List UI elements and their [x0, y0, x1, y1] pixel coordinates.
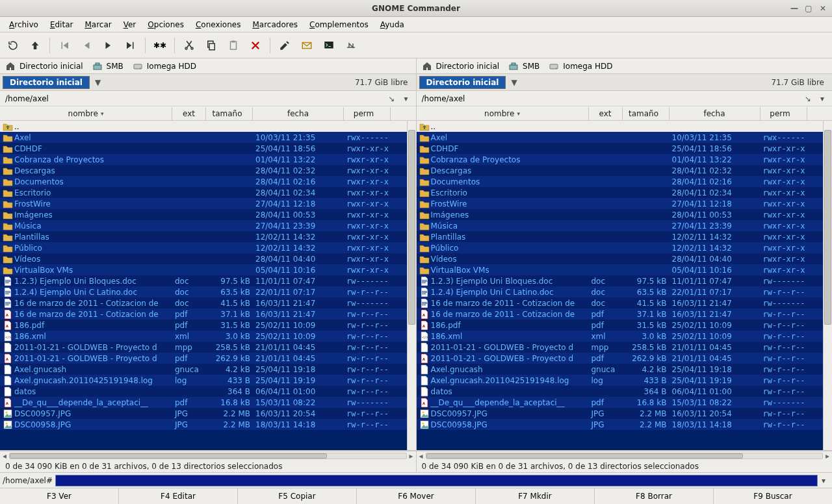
- right-file-row[interactable]: Descargas28/04/11 02:32rwxr-xr-x: [417, 165, 833, 176]
- right-file-row[interactable]: DSC00957.JPGJPG2.2 MB16/03/11 20:54rw-r-…: [417, 408, 833, 419]
- edit-button[interactable]: [276, 36, 294, 55]
- left-header-size[interactable]: tamaño: [206, 107, 253, 120]
- left-drive-iomega-hdd[interactable]: Iomega HDD: [133, 61, 196, 71]
- right-file-row[interactable]: DSC00958.JPGJPG2.2 MB18/03/11 14:18rw-r-…: [417, 419, 833, 430]
- right-file-row[interactable]: Imágenes28/04/11 00:53rwxr-xr-x: [417, 209, 833, 220]
- menu-marcar[interactable]: Marcar: [79, 19, 116, 31]
- right-header-name[interactable]: nombre: [417, 107, 589, 120]
- right-header-size[interactable]: tamaño: [623, 107, 670, 120]
- right-file-row[interactable]: 2011-01-21 - GOLDWEB - Proyecto dmpp258.…: [417, 342, 833, 353]
- right-file-row[interactable]: 186.xmlxml3.0 kB25/02/11 10:09rw-r--r--: [417, 331, 833, 342]
- menu-opciones[interactable]: Opciones: [142, 19, 189, 31]
- left-drive-directorio-inicial[interactable]: Directorio inicial: [5, 61, 83, 71]
- refresh-button[interactable]: [4, 36, 22, 55]
- left-file-row[interactable]: Vídeos28/04/11 04:40rwxr-xr-x: [0, 253, 416, 264]
- remote-button[interactable]: [342, 36, 360, 55]
- copy-button[interactable]: [202, 36, 220, 55]
- paste-button[interactable]: [224, 36, 242, 55]
- left-file-row[interactable]: datos364 B06/04/11 01:00rw-r--r--: [0, 386, 416, 397]
- right-file-row[interactable]: Cobranza de Proyectos01/04/11 13:22rwxr-…: [417, 154, 833, 165]
- left-file-row[interactable]: Axel10/03/11 21:35rwx------: [0, 132, 416, 143]
- go-up-button[interactable]: [26, 36, 44, 55]
- left-file-row[interactable]: __De_qu___depende_la_aceptaci__pdf16.8 k…: [0, 397, 416, 408]
- right-file-row[interactable]: VirtualBox VMs05/04/11 10:16rwxr-xr-x: [417, 264, 833, 275]
- right-file-row[interactable]: Axel.gnucashgnuca4.2 kB25/04/11 19:18rw-…: [417, 364, 833, 375]
- right-file-row[interactable]: Axel.gnucash.20110425191948.loglog433 B2…: [417, 375, 833, 386]
- menu-ver[interactable]: Ver: [118, 19, 142, 31]
- menu-ayuda[interactable]: Ayuda: [375, 19, 410, 31]
- fkey-f6[interactable]: F6 Mover: [357, 488, 476, 504]
- right-tabs-dropdown[interactable]: ▼: [511, 78, 517, 87]
- show-hidden-button[interactable]: ✱✱: [151, 36, 169, 55]
- right-drive-smb[interactable]: SMB: [508, 61, 540, 71]
- right-drive-iomega-hdd[interactable]: Iomega HDD: [549, 61, 612, 71]
- left-header-name[interactable]: nombre: [0, 107, 172, 120]
- fkey-f8[interactable]: F8 Borrar: [595, 488, 714, 504]
- left-file-row[interactable]: 1.2.4) Ejemplo Uni C Latino.docdoc63.5 k…: [0, 286, 416, 297]
- left-file-row[interactable]: FrostWire27/04/11 12:18rwxr-xr-x: [0, 198, 416, 209]
- right-header-date[interactable]: fecha: [670, 107, 760, 120]
- left-file-row[interactable]: Axel.gnucashgnuca4.2 kB25/04/11 19:18rw-…: [0, 364, 416, 375]
- right-tab-active[interactable]: Directorio inicial: [419, 76, 506, 89]
- left-file-row[interactable]: Público12/02/11 14:32rwxr-xr-x: [0, 242, 416, 253]
- left-file-row[interactable]: Descargas28/04/11 02:32rwxr-xr-x: [0, 165, 416, 176]
- nav-first-button[interactable]: [55, 36, 73, 55]
- nav-forward-button[interactable]: [99, 36, 118, 55]
- menu-complementos[interactable]: Complementos: [304, 19, 374, 31]
- delete-button[interactable]: [246, 36, 265, 55]
- fkey-f9[interactable]: F9 Buscar: [714, 488, 832, 504]
- left-file-row[interactable]: 186.pdfpdf31.5 kB25/02/11 10:09rw-r--r--: [0, 320, 416, 331]
- left-drive-smb[interactable]: SMB: [92, 61, 124, 71]
- left-file-row[interactable]: Escritorio28/04/11 02:34rwxr-xr-x: [0, 187, 416, 198]
- right-path-history-icon[interactable]: ↘: [802, 93, 814, 105]
- mail-button[interactable]: [298, 36, 316, 55]
- left-file-row[interactable]: Documentos28/04/11 02:16rwxr-xr-x: [0, 176, 416, 187]
- left-file-row[interactable]: DSC00958.JPGJPG2.2 MB18/03/11 14:18rw-r-…: [0, 419, 416, 430]
- right-parent-dir-row[interactable]: ..: [417, 121, 833, 132]
- left-file-row[interactable]: 16 de marzo de 2011 - Cotizacion dedoc41…: [0, 297, 416, 309]
- left-header-ext[interactable]: ext: [172, 107, 206, 120]
- command-input[interactable]: [55, 475, 818, 486]
- left-file-row[interactable]: 186.xmlxml3.0 kB25/02/11 10:09rw-r--r--: [0, 331, 416, 342]
- left-file-row[interactable]: Plantillas12/02/11 14:32rwxr-xr-x: [0, 231, 416, 242]
- fkey-f7[interactable]: F7 Mkdir: [476, 488, 595, 504]
- right-file-row[interactable]: FrostWire27/04/11 12:18rwxr-xr-x: [417, 198, 833, 209]
- right-file-row[interactable]: 16 de marzo de 2011 - Cotizacion depdf37…: [417, 309, 833, 320]
- left-parent-dir-row[interactable]: ..: [0, 121, 416, 132]
- left-file-row[interactable]: Música27/04/11 23:39rwxr-xr-x: [0, 220, 416, 231]
- right-file-row[interactable]: Público12/02/11 14:32rwxr-xr-x: [417, 242, 833, 253]
- menu-editar[interactable]: Editar: [45, 19, 79, 31]
- left-file-row[interactable]: 2011-01-21 - GOLDWEB - Proyecto dpdf262.…: [0, 353, 416, 364]
- right-file-row[interactable]: 2011-01-21 - GOLDWEB - Proyecto dpdf262.…: [417, 353, 833, 364]
- menu-archivo[interactable]: Archivo: [4, 19, 44, 31]
- right-path-dropdown-icon[interactable]: ▾: [816, 93, 828, 105]
- right-file-row[interactable]: Plantillas12/02/11 14:32rwxr-xr-x: [417, 231, 833, 242]
- left-tabs-dropdown[interactable]: ▼: [95, 78, 101, 87]
- right-filelist[interactable]: ..Axel10/03/11 21:35rwx------CDHDF25/04/…: [417, 121, 833, 450]
- right-file-row[interactable]: 1.2.3) Ejemplo Uni Bloques.docdoc97.5 kB…: [417, 275, 833, 286]
- left-path-input[interactable]: [4, 93, 384, 105]
- window-minimize-button[interactable]: —: [789, 3, 800, 14]
- left-path-history-icon[interactable]: ↘: [386, 93, 398, 105]
- left-file-row[interactable]: VirtualBox VMs05/04/11 10:16rwxr-xr-x: [0, 264, 416, 275]
- right-path-input[interactable]: [421, 93, 800, 105]
- right-header-perm[interactable]: perm: [760, 107, 807, 120]
- left-file-row[interactable]: CDHDF25/04/11 18:56rwxr-xr-x: [0, 143, 416, 154]
- right-file-row[interactable]: CDHDF25/04/11 18:56rwxr-xr-x: [417, 143, 833, 154]
- left-file-row[interactable]: Cobranza de Proyectos01/04/11 13:22rwxr-…: [0, 154, 416, 165]
- menu-marcadores[interactable]: Marcadores: [247, 19, 303, 31]
- right-file-row[interactable]: Escritorio28/04/11 02:34rwxr-xr-x: [417, 187, 833, 198]
- right-header-ext[interactable]: ext: [589, 107, 623, 120]
- right-vertical-scrollbar[interactable]: [823, 121, 832, 450]
- left-file-row[interactable]: DSC00957.JPGJPG2.2 MB16/03/11 20:54rw-r-…: [0, 408, 416, 419]
- left-file-row[interactable]: 16 de marzo de 2011 - Cotizacion depdf37…: [0, 309, 416, 320]
- left-file-row[interactable]: Axel.gnucash.20110425191948.loglog433 B2…: [0, 375, 416, 386]
- menu-conexiones[interactable]: Conexiones: [190, 19, 246, 31]
- terminal-button[interactable]: [320, 36, 338, 55]
- fkey-f3[interactable]: F3 Ver: [0, 488, 119, 504]
- fkey-f4[interactable]: F4 Editar: [119, 488, 238, 504]
- right-file-row[interactable]: Música27/04/11 23:39rwxr-xr-x: [417, 220, 833, 231]
- left-path-dropdown-icon[interactable]: ▾: [400, 93, 412, 105]
- nav-last-button[interactable]: [122, 36, 140, 55]
- left-filelist[interactable]: ..Axel10/03/11 21:35rwx------CDHDF25/04/…: [0, 121, 416, 450]
